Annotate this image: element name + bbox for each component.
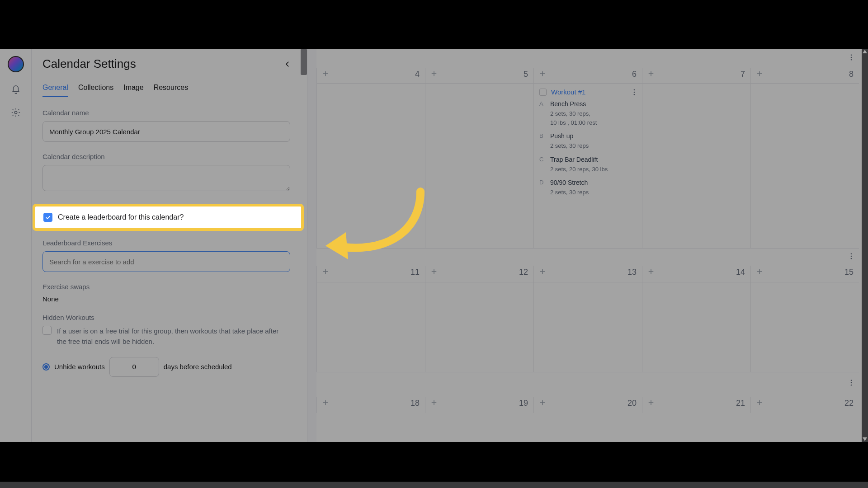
create-leaderboard-label: Create a leaderboard for this calendar? [58, 213, 184, 221]
app-frame: Calendar Settings General Collections Im… [0, 49, 868, 442]
plus-icon[interactable] [430, 399, 438, 407]
day-number: 18 [410, 399, 420, 408]
exercise-name: Bench Press [550, 100, 586, 108]
svg-point-7 [851, 253, 852, 254]
week-header-2: 11 12 13 14 15 [316, 266, 859, 282]
hidden-workouts-label: Hidden Workouts [42, 314, 292, 321]
body-col [642, 84, 750, 248]
body-col [425, 282, 533, 372]
calendar-description-input[interactable] [42, 165, 290, 191]
outer-vertical-scrollbar[interactable] [862, 49, 868, 442]
calendar-description-group: Calendar description [42, 153, 292, 193]
tab-general[interactable]: General [42, 84, 68, 97]
hidden-workouts-help-row: If a user is on a free trial for this gr… [42, 326, 292, 347]
body-col [750, 282, 859, 372]
gear-icon[interactable] [11, 108, 21, 117]
exercise-letter: B [539, 132, 546, 140]
chevron-left-icon[interactable] [283, 60, 292, 68]
unhide-suffix: days before scheduled [164, 363, 232, 371]
day-col: 5 [425, 68, 533, 83]
unhide-days-input[interactable] [109, 357, 159, 377]
exercise-row: BPush up [539, 132, 637, 140]
scroll-down-icon[interactable] [863, 437, 867, 441]
plus-icon[interactable] [647, 267, 655, 276]
more-icon[interactable] [630, 88, 638, 96]
plus-icon[interactable] [321, 267, 330, 276]
day-number: 12 [519, 267, 528, 277]
exercise-swaps-group: Exercise swaps None [42, 283, 292, 303]
workout-checkbox[interactable] [539, 89, 547, 96]
create-leaderboard-checkbox[interactable] [43, 213, 52, 222]
exercise-name: Trap Bar Deadlift [550, 156, 598, 163]
more-icon[interactable] [847, 379, 855, 387]
svg-point-0 [14, 111, 17, 114]
left-rail [0, 49, 32, 442]
panel-scrollbar[interactable] [301, 49, 307, 75]
tab-collections[interactable]: Collections [78, 84, 113, 97]
exercise-row: ABench Press [539, 100, 637, 108]
app-logo[interactable] [8, 56, 24, 72]
svg-point-6 [634, 94, 635, 95]
svg-point-8 [851, 256, 852, 257]
plus-icon[interactable] [321, 70, 330, 78]
day-col: 11 [316, 266, 425, 282]
check-icon [45, 214, 51, 221]
exercise-letter: C [539, 156, 546, 163]
plus-icon[interactable] [755, 399, 764, 407]
exercise-search-input[interactable] [42, 251, 290, 272]
plus-icon[interactable] [755, 267, 764, 276]
unhide-prefix: Unhide workouts [54, 363, 105, 371]
plus-icon[interactable] [755, 70, 764, 78]
week-header-3: 18 19 20 21 22 [316, 397, 859, 413]
tab-resources[interactable]: Resources [154, 84, 188, 97]
create-leaderboard-row: Create a leaderboard for this calendar? [33, 204, 304, 231]
body-col [642, 282, 750, 372]
unhide-row: Unhide workouts days before scheduled [42, 357, 292, 377]
body-col: Workout #1 ABench Press 2 sets, 30 reps,… [533, 84, 642, 248]
plus-icon[interactable] [647, 399, 655, 407]
workout-title[interactable]: Workout #1 [551, 88, 585, 96]
plus-icon[interactable] [430, 267, 438, 276]
calendar-name-input[interactable] [42, 121, 290, 142]
svg-point-5 [634, 92, 635, 93]
more-icon[interactable] [847, 252, 855, 260]
plus-icon[interactable] [538, 267, 547, 276]
day-number: 13 [627, 267, 637, 277]
tab-image[interactable]: Image [123, 84, 143, 97]
panel-title: Calendar Settings [42, 57, 136, 71]
unhide-radio[interactable] [42, 363, 50, 371]
hidden-workouts-checkbox[interactable] [42, 326, 52, 335]
week-body-1: Workout #1 ABench Press 2 sets, 30 reps,… [316, 83, 859, 249]
day-number: 4 [415, 70, 420, 79]
radio-dot [44, 365, 48, 369]
plus-icon[interactable] [321, 399, 330, 407]
day-number: 21 [736, 399, 745, 408]
exercise-row: D90/90 Stretch [539, 179, 637, 186]
calendar-description-label: Calendar description [42, 153, 292, 160]
plus-icon[interactable] [647, 70, 655, 78]
svg-point-4 [634, 89, 635, 90]
svg-point-12 [851, 385, 852, 386]
day-number: 7 [741, 70, 745, 79]
scroll-up-icon[interactable] [863, 50, 867, 53]
plus-icon[interactable] [538, 399, 547, 407]
day-col: 6 [533, 68, 642, 83]
exercise-name: 90/90 Stretch [550, 179, 588, 186]
more-icon[interactable] [847, 53, 855, 61]
bell-icon[interactable] [11, 85, 21, 95]
calendar-name-label: Calendar name [42, 109, 292, 117]
day-number: 14 [736, 267, 745, 277]
body-col [316, 84, 425, 248]
svg-point-2 [851, 57, 852, 58]
workout-card: Workout #1 ABench Press 2 sets, 30 reps,… [539, 88, 637, 197]
plus-icon[interactable] [538, 70, 547, 78]
svg-point-11 [851, 382, 852, 384]
outer-horizontal-scrollbar[interactable] [0, 482, 868, 488]
hidden-workouts-group: Hidden Workouts If a user is on a free t… [42, 314, 292, 377]
day-col: 13 [533, 266, 642, 282]
plus-icon[interactable] [430, 70, 438, 78]
panel-header: Calendar Settings [42, 57, 292, 71]
day-col: 4 [316, 68, 425, 83]
body-col [533, 282, 642, 372]
exercise-letter: A [539, 100, 546, 108]
